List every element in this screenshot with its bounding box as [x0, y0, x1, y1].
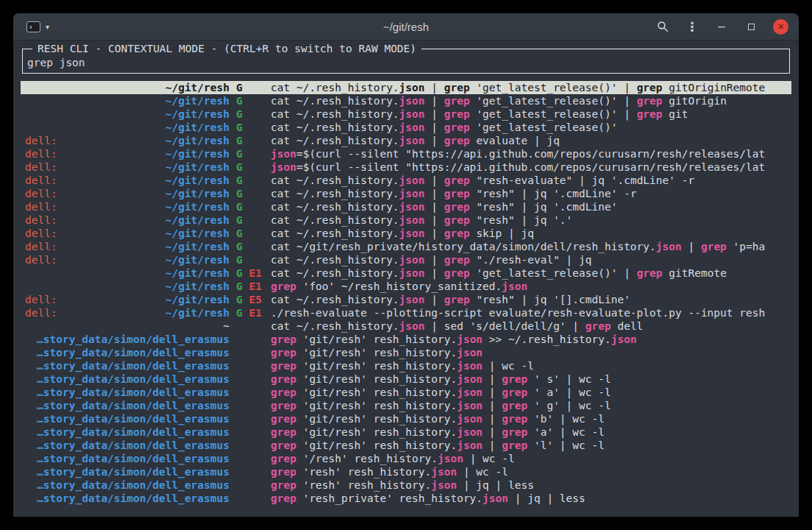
history-row[interactable]: ~cat ~/.resh_history.json | sed 's/dell/… [21, 319, 791, 333]
mode-title: RESH CLI - CONTEXTUAL MODE - (CTRL+R to … [32, 42, 421, 55]
row-location: dell:~/git/resh [25, 174, 229, 187]
history-row[interactable]: …story_data/simon/dell_erasmusgrep 'git/… [21, 412, 791, 425]
close-icon: ✕ [777, 23, 784, 31]
row-host: dell: [25, 293, 57, 306]
history-row[interactable]: …story_data/simon/dell_erasmusgrep 'git/… [21, 386, 791, 399]
history-row[interactable]: …story_data/simon/dell_erasmusgrep 'git/… [21, 439, 791, 452]
flag-G: G [236, 307, 243, 319]
row-flags [229, 439, 265, 452]
history-row[interactable]: …story_data/simon/dell_erasmusgrep 'resh… [21, 465, 791, 478]
search-box: RESH CLI - CONTEXTUAL MODE - (CTRL+R to … [22, 49, 790, 74]
row-location: …story_data/simon/dell_erasmus [25, 346, 229, 359]
row-flags: G E1 [229, 266, 265, 280]
history-row[interactable]: ~/git/reshGcat ~/.resh_history.json | gr… [21, 81, 791, 94]
history-row[interactable]: ~/git/reshG E1grep 'foo' ~/resh_history_… [21, 280, 791, 293]
row-flags: G [229, 240, 265, 253]
new-terminal-button[interactable]: ▾ [24, 20, 52, 34]
history-row[interactable]: ~/git/reshGcat ~/.resh_history.json | gr… [21, 121, 791, 134]
history-row[interactable]: dell:~/git/reshGcat ~/.resh_history.json… [21, 227, 791, 240]
history-row[interactable]: …story_data/simon/dell_erasmusgrep '/res… [21, 452, 791, 465]
history-row[interactable]: dell:~/git/reshGjson=$(curl --silent "ht… [21, 147, 791, 160]
row-location: …story_data/simon/dell_erasmus [25, 452, 229, 465]
row-host: dell: [25, 306, 57, 319]
row-flags: G E1 [229, 306, 265, 319]
history-row[interactable]: dell:~/git/reshGcat ~/.resh_history.json… [21, 187, 791, 200]
history-row[interactable]: dell:~/git/reshGcat ~/.resh_history.json… [21, 174, 791, 187]
history-row[interactable]: ~/git/reshG E1cat ~/.resh_history.json |… [21, 266, 791, 280]
row-command: grep '/resh' resh_history.json | wc -l [265, 452, 791, 465]
flag-G: G [236, 135, 243, 146]
kebab-menu-icon: ⋮ [686, 19, 699, 34]
flag-G: G [236, 174, 243, 186]
headerbar-left: ▾ [24, 20, 52, 34]
flag-E1: E1 [249, 267, 261, 279]
row-host: dell: [25, 174, 57, 187]
row-directory: ~/git/resh [165, 160, 229, 174]
flag-G: G [236, 294, 243, 305]
history-row[interactable]: …story_data/simon/dell_erasmusgrep 'git/… [21, 372, 791, 386]
flag-G: G [236, 214, 243, 226]
row-command: json=$(curl --silent "https://api.github… [265, 160, 791, 174]
row-directory: ~/git/resh [165, 253, 229, 266]
search-query-input[interactable]: grep json [27, 56, 785, 69]
history-row[interactable]: …story_data/simon/dell_erasmusgrep 'resh… [21, 492, 791, 505]
row-directory: ~/git/resh [165, 266, 229, 280]
row-directory: ~/git/resh [165, 293, 229, 306]
history-row[interactable]: …story_data/simon/dell_erasmusgrep 'git/… [21, 359, 791, 372]
row-command: grep 'git/resh' resh_history.json | grep… [265, 439, 791, 452]
history-row[interactable]: dell:~/git/reshGcat ~/git/resh_private/h… [21, 240, 791, 253]
row-host: dell: [25, 134, 57, 147]
row-directory: …story_data/simon/dell_erasmus [37, 452, 229, 465]
row-command: grep 'resh' resh_history.json | wc -l [265, 465, 791, 478]
flag-G: G [236, 95, 243, 107]
row-host: dell: [25, 147, 57, 160]
history-row[interactable]: dell:~/git/reshGcat ~/.resh_history.json… [21, 253, 791, 266]
row-location: …story_data/simon/dell_erasmus [25, 412, 229, 425]
row-directory: ~/git/resh [165, 306, 229, 319]
row-location: dell:~/git/resh [25, 187, 229, 200]
headerbar: ▾ ~/git/resh ⋮ – ✕ [13, 13, 799, 40]
history-row[interactable]: ~/git/reshGcat ~/.resh_history.json | gr… [21, 94, 791, 107]
history-row[interactable]: …story_data/simon/dell_erasmusgrep 'git/… [21, 425, 791, 439]
history-row[interactable]: dell:~/git/reshGjson=$(curl --silent "ht… [21, 160, 791, 174]
history-row[interactable]: …story_data/simon/dell_erasmusgrep 'git/… [21, 399, 791, 412]
history-row[interactable]: dell:~/git/reshG E5cat ~/.resh_history.j… [21, 293, 791, 306]
row-command: grep 'git/resh' resh_history.json | grep… [265, 386, 791, 399]
row-directory: …story_data/simon/dell_erasmus [37, 439, 229, 452]
restore-button[interactable] [744, 19, 758, 34]
chevron-down-icon: ▾ [46, 23, 49, 31]
row-directory: ~/git/resh [165, 121, 229, 134]
minimize-icon: – [718, 21, 725, 32]
terminal-content: RESH CLI - CONTEXTUAL MODE - (CTRL+R to … [13, 49, 799, 505]
row-location: dell:~/git/resh [25, 160, 229, 174]
minimize-button[interactable]: – [714, 19, 729, 34]
menu-button[interactable]: ⋮ [685, 19, 699, 34]
flag-G: G [236, 121, 243, 133]
close-button[interactable]: ✕ [773, 19, 788, 35]
row-flags [229, 478, 265, 492]
row-host: dell: [25, 213, 57, 227]
row-directory: …story_data/simon/dell_erasmus [37, 399, 229, 412]
flag-G: G [236, 254, 243, 266]
row-flags: G [229, 213, 265, 227]
row-location: dell:~/git/resh [25, 253, 229, 266]
row-flags: G [229, 121, 265, 134]
row-directory: ~/git/resh [165, 81, 229, 94]
history-row[interactable]: …story_data/simon/dell_erasmusgrep 'resh… [21, 478, 791, 492]
row-directory: ~/git/resh [165, 227, 229, 240]
row-command: cat ~/.resh_history.json | grep "resh" |… [265, 293, 791, 306]
row-directory: …story_data/simon/dell_erasmus [37, 359, 229, 372]
history-row[interactable]: dell:~/git/reshGcat ~/.resh_history.json… [21, 213, 791, 227]
history-row[interactable]: dell:~/git/reshG E1./resh-evaluate --plo… [21, 306, 791, 319]
history-row[interactable]: ~/git/reshGcat ~/.resh_history.json | gr… [21, 107, 791, 121]
flag-G: G [236, 201, 243, 213]
row-command: grep 'git/resh' resh_history.json [265, 346, 791, 359]
history-row[interactable]: dell:~/git/reshGcat ~/.resh_history.json… [21, 200, 791, 213]
history-row[interactable]: …story_data/simon/dell_erasmusgrep 'git/… [21, 333, 791, 346]
row-flags [229, 346, 265, 359]
search-button[interactable] [655, 19, 670, 34]
history-row[interactable]: dell:~/git/reshGcat ~/.resh_history.json… [21, 134, 791, 147]
history-row[interactable]: …story_data/simon/dell_erasmusgrep 'git/… [21, 346, 791, 359]
row-location: …story_data/simon/dell_erasmus [25, 399, 229, 412]
row-command: grep 'git/resh' resh_history.json | grep… [265, 399, 791, 412]
